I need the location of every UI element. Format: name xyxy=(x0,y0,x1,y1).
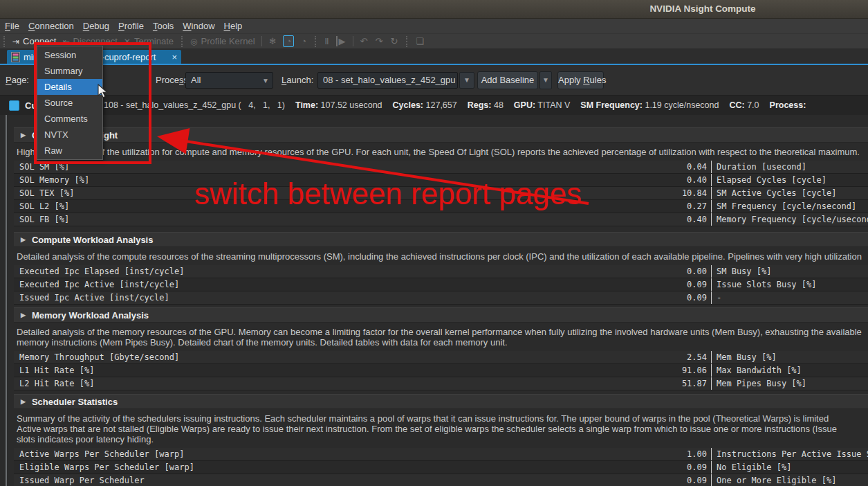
menu-profile[interactable]: Profile xyxy=(118,21,144,31)
menu-item-session[interactable]: Session xyxy=(37,47,102,63)
section-title: Memory Workload Analysis xyxy=(32,310,149,321)
metric-name-col2: One or More Eligible [%] xyxy=(717,474,836,486)
section-description: Summary of the activity of the scheduler… xyxy=(17,413,868,424)
metric-value: 0.09 xyxy=(14,474,707,486)
metric-value: 1.00 xyxy=(14,448,707,460)
table-row: SOL L2 [%]0.27SM Frequency [cycle/nsecon… xyxy=(14,200,868,213)
info-field-cc: CC: 7.0 xyxy=(729,100,759,110)
info-field-gpu: GPU: TITAN V xyxy=(514,100,571,110)
table-row: SOL TEX [%]10.84SM Active Cycles [cycle] xyxy=(14,187,868,200)
table-row: SOL Memory [%]0.40Elapsed Cycles [cycle] xyxy=(14,174,868,187)
tab-label-left: min xyxy=(24,52,38,62)
terminate-button[interactable]: ✕Terminate xyxy=(124,36,174,46)
column-divider xyxy=(711,377,712,390)
metric-name-col2: SM Frequency [cycle/nsecond] xyxy=(717,200,856,213)
metric-name-col2: - xyxy=(717,291,721,304)
menu-bar: FileConnectionDebugProfileToolsWindowHel… xyxy=(0,19,868,34)
section-header-compute-workload-analysis[interactable]: ▶Compute Workload Analysis xyxy=(14,232,868,247)
page-label: Page: xyxy=(6,75,29,85)
metric-name-col2: Mem Busy [%] xyxy=(717,351,777,363)
collapse-arrow-icon: ▶ xyxy=(21,312,26,318)
table-row: L1 Hit Rate [%]91.06Max Bandwidth [%] xyxy=(14,364,868,377)
column-divider xyxy=(711,448,712,460)
menu-debug[interactable]: Debug xyxy=(83,21,109,31)
table-row: Issued Warp Per Scheduler0.09One or More… xyxy=(14,474,868,486)
process-combobox[interactable]: All ▼ xyxy=(185,72,273,89)
menu-connection[interactable]: Connection xyxy=(28,21,74,31)
menu-item-comments[interactable]: Comments xyxy=(37,111,102,127)
apply-rules-button[interactable]: Apply Rules xyxy=(557,71,604,89)
disconnect-button[interactable]: ⇤Disconnect xyxy=(62,36,117,46)
terminate-label: Terminate xyxy=(134,36,174,46)
column-divider xyxy=(711,265,712,278)
collapse-arrow-icon: ▶ xyxy=(21,398,26,405)
menu-item-source[interactable]: Source xyxy=(37,95,102,111)
metric-name-col2: Mem Pipes Busy [%] xyxy=(717,377,806,390)
table-row: Eligible Warps Per Scheduler [warp]0.09N… xyxy=(14,461,868,474)
current-kernel-checkbox[interactable] xyxy=(9,100,19,111)
column-divider xyxy=(711,187,712,199)
section-header-gpu-speed-of-light[interactable]: ▶GPU Speed Of Light xyxy=(14,127,868,143)
tab-close-icon[interactable]: × xyxy=(172,53,177,62)
copy-image-icon[interactable]: ❏ xyxy=(415,36,425,46)
menu-help[interactable]: Help xyxy=(224,21,243,31)
terminate-icon: ✕ xyxy=(124,37,131,46)
chevron-down-icon: ▼ xyxy=(262,73,269,89)
section-description: memory instructions (Mem Pipes Busy). De… xyxy=(17,337,868,348)
report-filter-bar: Page: Process: All ▼ Launch: 08 - set_ha… xyxy=(0,65,868,95)
launch-label: Launch: xyxy=(281,75,313,85)
kernel-name: 108 - set_halo_values_z_452_gpu ( 4, 1, … xyxy=(104,100,285,110)
step-over-icon[interactable]: ↷ xyxy=(374,36,383,46)
profile-kernel-button[interactable]: ◎Profile Kernel xyxy=(190,36,255,46)
auto-profile-icon[interactable]: ◔ xyxy=(283,35,294,47)
window-title: NVIDIA Nsight Compute xyxy=(649,3,755,14)
info-field-regs: Regs: 48 xyxy=(468,100,504,110)
pause-icon[interactable]: Ⅱ xyxy=(324,36,329,46)
profile-series-icon[interactable]: ◔ xyxy=(300,36,307,46)
metric-name-col2: Duration [usecond] xyxy=(717,161,806,173)
metric-value: 0.09 xyxy=(14,291,707,304)
menu-item-raw[interactable]: Raw xyxy=(37,143,102,159)
resume-icon[interactable]: ▶ xyxy=(336,36,347,46)
launch-combobox[interactable]: 08 - set_halo_values_z_452_gpu xyxy=(317,72,458,89)
metrics-table-compute-workload-analysis: Executed Ipc Elapsed [inst/cycle]0.00SM … xyxy=(14,265,868,305)
table-row: Issued Ipc Active [inst/cycle]0.09- xyxy=(14,291,868,305)
column-divider xyxy=(711,200,712,213)
add-baseline-button[interactable]: Add Baseline xyxy=(477,71,538,89)
metric-name-col2: Memory Frequency [cycle/usecond] xyxy=(717,213,868,226)
section-description: Active warps that are not stalled (Eligi… xyxy=(17,424,868,434)
menu-file[interactable]: File xyxy=(5,21,19,31)
metric-name-col2: Max Bandwidth [%] xyxy=(717,364,802,377)
section-header-memory-workload-analysis[interactable]: ▶Memory Workload Analysis xyxy=(14,307,868,323)
metric-value: 91.06 xyxy=(14,364,707,377)
toolbar-drag-handle xyxy=(315,36,316,47)
menu-item-summary[interactable]: Summary xyxy=(37,63,102,79)
tab-label-right: t-cuprof-report xyxy=(99,52,156,62)
disconnect-label: Disconnect xyxy=(73,36,118,46)
chevron-down-icon: ▼ xyxy=(542,76,549,84)
column-divider xyxy=(711,161,712,173)
add-baseline-dropdown-button[interactable]: ▼ xyxy=(539,71,552,89)
menu-window[interactable]: Window xyxy=(183,21,214,31)
metric-value: 0.40 xyxy=(14,213,707,226)
section-description: Detailed analysis of the memory resource… xyxy=(17,327,868,337)
column-divider xyxy=(711,174,712,186)
step-forward-icon[interactable]: ↻ xyxy=(389,36,398,46)
menu-item-details[interactable]: Details xyxy=(37,79,102,95)
metric-value: 0.00 xyxy=(14,265,707,278)
report-details-page[interactable]: ▶GPU Speed Of LightHigh-level overview o… xyxy=(6,115,868,486)
section-header-scheduler-statistics[interactable]: ▶Scheduler Statistics xyxy=(14,394,868,409)
metric-name-col2: SM Busy [%] xyxy=(717,265,771,278)
metrics-table-scheduler-statistics: Active Warps Per Scheduler [warp]1.00Ins… xyxy=(14,448,868,486)
section-title: Compute Workload Analysis xyxy=(32,235,154,245)
menu-item-nvtx[interactable]: NVTX xyxy=(37,127,102,143)
menu-tools[interactable]: Tools xyxy=(153,21,174,31)
step-back-icon[interactable]: ↶ xyxy=(360,36,369,46)
metric-name-col2: Issue Slots Busy [%] xyxy=(717,278,817,291)
metric-value: 51.87 xyxy=(14,377,707,390)
freeze-api-icon[interactable]: ❄ xyxy=(268,36,277,46)
connect-button[interactable]: ⇥Connect xyxy=(12,36,56,46)
chevron-down-icon: ▼ xyxy=(463,76,470,84)
launch-dropdown-button[interactable]: ▼ xyxy=(459,72,474,89)
column-divider xyxy=(711,474,712,486)
